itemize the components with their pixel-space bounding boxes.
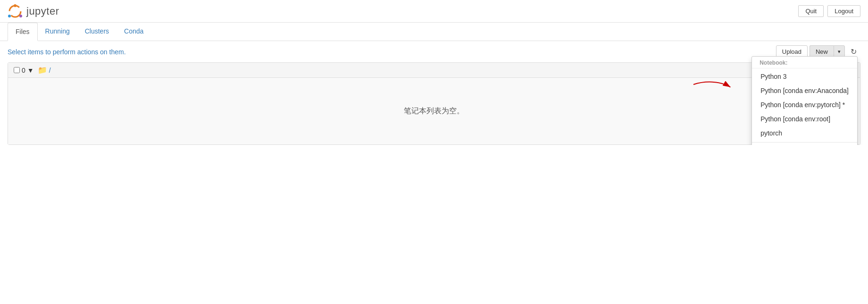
dropdown-pytorch[interactable]: pytorch [752, 126, 857, 140]
dropdown-python3[interactable]: Python 3 [752, 69, 857, 84]
svg-point-0 [9, 6, 21, 17]
tabs-bar: Files Running Clusters Conda [0, 23, 868, 41]
tab-files[interactable]: Files [8, 23, 38, 41]
dropdown-other-header: Other: [752, 144, 857, 145]
file-list-area: 0 ▼ 📁 / 笔记本列表为空。 [8, 62, 860, 145]
select-all-checkbox[interactable] [14, 67, 20, 73]
header-buttons: Quit Logout [798, 5, 860, 17]
logo-text: jupyter [26, 5, 59, 17]
quit-button[interactable]: Quit [798, 5, 824, 17]
chevron-down-icon[interactable]: ▼ [27, 67, 34, 74]
folder-path-label: / [49, 67, 51, 74]
svg-point-1 [14, 4, 17, 7]
dropdown-divider [752, 142, 857, 143]
tab-clusters[interactable]: Clusters [77, 23, 117, 41]
select-count: 0 [22, 67, 25, 74]
logout-button[interactable]: Logout [827, 5, 860, 17]
file-header-row: 0 ▼ 📁 / [8, 63, 860, 78]
folder-path: 📁 / [38, 66, 51, 75]
folder-icon: 📁 [38, 66, 47, 75]
tab-running[interactable]: Running [38, 23, 77, 41]
dropdown-python-conda-root[interactable]: Python [conda env:root] [752, 112, 857, 126]
dropdown-notebook-header: Notebook: [752, 57, 857, 68]
new-dropdown-menu: Notebook: Python 3 Python [conda env:Ana… [751, 56, 858, 145]
dropdown-python-conda-pytorch[interactable]: Python [conda env:pytorch] * [752, 98, 857, 112]
jupyter-logo-icon [8, 4, 23, 19]
tab-conda[interactable]: Conda [117, 23, 151, 41]
logo-area: jupyter [8, 4, 59, 19]
header: jupyter Quit Logout [0, 0, 868, 23]
svg-point-2 [19, 15, 22, 17]
svg-point-3 [8, 15, 11, 17]
toolbar: Select items to perform actions on them.… [0, 41, 868, 62]
dropdown-python-conda-anaconda[interactable]: Python [conda env:Anaconda] [752, 84, 857, 98]
toolbar-instruction: Select items to perform actions on them. [8, 48, 126, 56]
empty-message: 笔记本列表为空。 [8, 78, 860, 144]
checkbox-area: 0 ▼ [14, 67, 34, 74]
toolbar-wrapper: Select items to perform actions on them.… [0, 41, 868, 145]
